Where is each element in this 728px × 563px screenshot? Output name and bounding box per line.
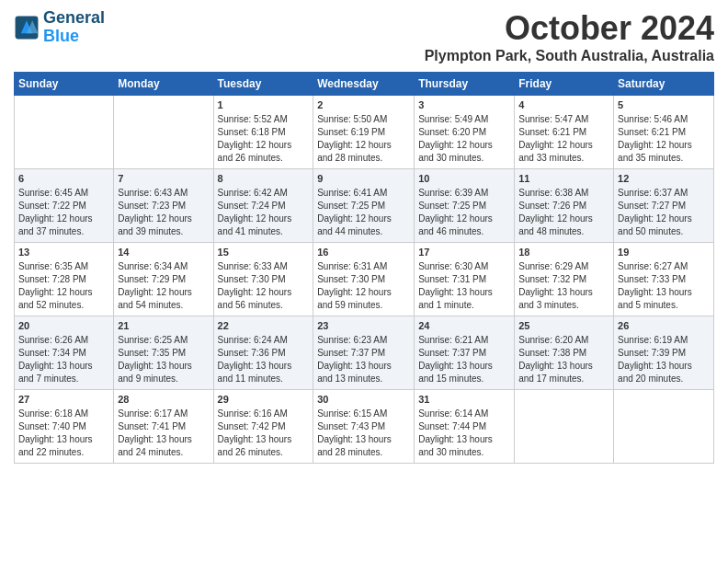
day-info: and 17 minutes. [518, 373, 609, 385]
day-info: Daylight: 13 hours [418, 360, 510, 373]
month-title: October 2024 [425, 9, 714, 48]
logo-icon [14, 15, 40, 40]
day-info: Sunset: 7:30 PM [317, 273, 410, 286]
day-info: Daylight: 12 hours [618, 139, 710, 152]
day-info: Sunrise: 6:25 AM [118, 334, 209, 347]
header-day-friday: Friday [515, 73, 614, 96]
calendar-cell: 13Sunrise: 6:35 AMSunset: 7:28 PMDayligh… [15, 243, 114, 316]
calendar-cell: 21Sunrise: 6:25 AMSunset: 7:35 PMDayligh… [114, 316, 213, 390]
calendar-cell [114, 96, 213, 169]
day-info: Sunrise: 5:49 AM [418, 113, 510, 126]
day-info: Sunset: 7:32 PM [518, 273, 609, 286]
day-number: 27 [18, 393, 109, 407]
week-row-2: 13Sunrise: 6:35 AMSunset: 7:28 PMDayligh… [15, 243, 714, 316]
calendar-cell: 23Sunrise: 6:23 AMSunset: 7:37 PMDayligh… [313, 316, 415, 390]
calendar-cell: 27Sunrise: 6:18 AMSunset: 7:40 PMDayligh… [15, 390, 114, 464]
day-info: Sunset: 6:21 PM [518, 126, 609, 139]
day-info: Sunrise: 6:42 AM [218, 187, 310, 200]
day-info: Daylight: 13 hours [118, 360, 209, 373]
calendar-cell: 20Sunrise: 6:26 AMSunset: 7:34 PMDayligh… [15, 316, 114, 390]
day-info: Sunset: 7:34 PM [18, 347, 109, 360]
day-number: 3 [418, 98, 510, 112]
header-row: SundayMondayTuesdayWednesdayThursdayFrid… [15, 73, 714, 96]
day-info: Daylight: 12 hours [518, 213, 609, 225]
day-info: Sunset: 7:37 PM [418, 347, 510, 360]
calendar-cell: 28Sunrise: 6:17 AMSunset: 7:41 PMDayligh… [114, 390, 213, 464]
day-number: 2 [317, 98, 410, 112]
day-info: Daylight: 12 hours [118, 213, 209, 225]
calendar-cell: 5Sunrise: 5:46 AMSunset: 6:21 PMDaylight… [614, 96, 714, 169]
day-info: Sunset: 7:39 PM [618, 347, 710, 360]
day-info: Daylight: 13 hours [518, 360, 609, 373]
calendar-cell: 25Sunrise: 6:20 AMSunset: 7:38 PMDayligh… [515, 316, 614, 390]
day-number: 25 [518, 319, 609, 333]
day-info: Daylight: 12 hours [218, 139, 310, 152]
day-info: Daylight: 12 hours [418, 213, 510, 225]
day-info: Daylight: 12 hours [317, 213, 410, 225]
day-number: 22 [218, 319, 310, 333]
day-info: and 56 minutes. [218, 299, 310, 312]
day-info: Sunrise: 5:50 AM [317, 113, 410, 126]
day-info: Daylight: 12 hours [18, 286, 109, 299]
calendar-cell: 12Sunrise: 6:37 AMSunset: 7:27 PMDayligh… [614, 169, 714, 243]
day-info: Daylight: 12 hours [118, 286, 209, 299]
day-info: Daylight: 13 hours [118, 433, 209, 446]
logo: General Blue [14, 9, 105, 46]
day-info: Sunrise: 6:29 AM [518, 260, 609, 273]
day-info: Sunrise: 6:30 AM [418, 260, 510, 273]
day-info: and 20 minutes. [618, 373, 710, 385]
day-info: Sunset: 7:22 PM [18, 200, 109, 213]
day-info: Sunrise: 6:26 AM [18, 334, 109, 347]
day-info: Sunrise: 6:45 AM [18, 187, 109, 200]
day-info: and 48 minutes. [518, 225, 609, 238]
day-info: and 46 minutes. [418, 225, 510, 238]
day-info: and 59 minutes. [317, 299, 410, 312]
day-info: and 30 minutes. [418, 446, 510, 459]
day-number: 11 [518, 172, 609, 186]
day-number: 30 [317, 393, 410, 407]
day-info: Sunrise: 6:33 AM [218, 260, 310, 273]
day-info: Sunset: 7:31 PM [418, 273, 510, 286]
calendar-cell: 7Sunrise: 6:43 AMSunset: 7:23 PMDaylight… [114, 169, 213, 243]
day-number: 15 [218, 246, 310, 259]
day-info: Daylight: 12 hours [418, 139, 510, 152]
day-info: Sunrise: 5:46 AM [618, 113, 710, 126]
day-info: Sunset: 7:33 PM [618, 273, 710, 286]
day-number: 8 [218, 172, 310, 186]
day-info: and 37 minutes. [18, 225, 109, 238]
calendar-cell: 2Sunrise: 5:50 AMSunset: 6:19 PMDaylight… [313, 96, 415, 169]
day-info: Sunrise: 6:41 AM [317, 187, 410, 200]
day-info: Sunrise: 6:20 AM [518, 334, 609, 347]
day-info: and 44 minutes. [317, 225, 410, 238]
day-number: 7 [118, 172, 209, 186]
day-info: Sunset: 7:29 PM [118, 273, 209, 286]
calendar-cell: 1Sunrise: 5:52 AMSunset: 6:18 PMDaylight… [213, 96, 313, 169]
day-number: 23 [317, 319, 410, 333]
calendar-cell: 9Sunrise: 6:41 AMSunset: 7:25 PMDaylight… [313, 169, 415, 243]
title-area: October 2024 Plympton Park, South Austra… [425, 9, 714, 64]
day-info: Daylight: 13 hours [418, 433, 510, 446]
calendar-cell [15, 96, 114, 169]
day-number: 12 [618, 172, 710, 186]
day-number: 26 [618, 319, 710, 333]
day-info: Sunset: 6:21 PM [618, 126, 710, 139]
header-day-sunday: Sunday [15, 73, 114, 96]
day-info: Daylight: 13 hours [18, 360, 109, 373]
day-number: 20 [18, 319, 109, 333]
calendar-body: 1Sunrise: 5:52 AMSunset: 6:18 PMDaylight… [15, 96, 714, 464]
day-info: Daylight: 12 hours [618, 213, 710, 225]
day-info: and 33 minutes. [518, 152, 609, 165]
day-info: Sunrise: 6:16 AM [218, 408, 310, 420]
header-day-wednesday: Wednesday [313, 73, 415, 96]
header: General Blue October 2024 Plympton Park,… [14, 9, 714, 64]
calendar-cell: 3Sunrise: 5:49 AMSunset: 6:20 PMDaylight… [415, 96, 515, 169]
location-title: Plympton Park, South Australia, Australi… [425, 48, 714, 64]
day-info: and 54 minutes. [118, 299, 209, 312]
calendar-cell: 18Sunrise: 6:29 AMSunset: 7:32 PMDayligh… [515, 243, 614, 316]
day-info: Sunset: 7:28 PM [18, 273, 109, 286]
day-info: Sunset: 7:43 PM [317, 420, 410, 433]
day-info: Sunrise: 6:27 AM [618, 260, 710, 273]
header-day-monday: Monday [114, 73, 213, 96]
day-info: Daylight: 12 hours [218, 213, 310, 225]
day-number: 16 [317, 246, 410, 259]
